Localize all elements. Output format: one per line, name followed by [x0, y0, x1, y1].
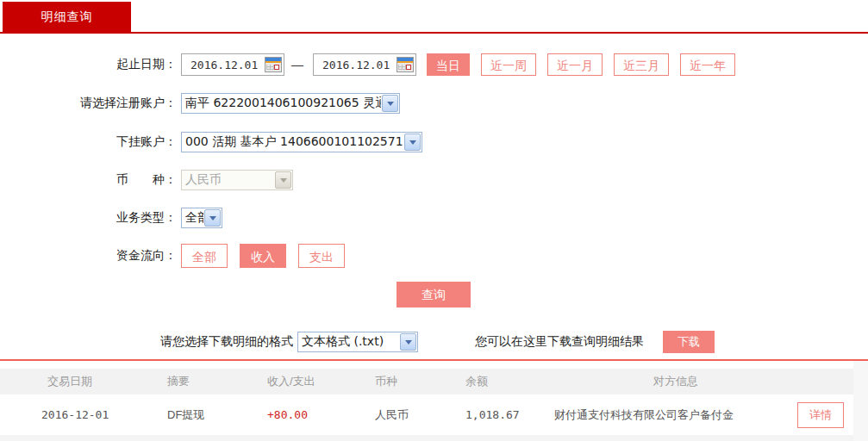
detail-query-page: 明细查询 起止日期： — 当日 近一周 近一月 近三月 近一年 请选择注册账户：… — [0, 0, 868, 441]
header-summary: 摘要 — [164, 369, 259, 394]
download-format-select[interactable]: 文本格式 (.txt) — [297, 332, 418, 352]
download-format-value: 文本格式 (.txt) — [298, 334, 399, 350]
table-top-divider — [0, 359, 868, 361]
cell-balance: 1,018.67 — [465, 394, 554, 435]
download-format-label: 请您选择下载明细的格式 — [160, 334, 293, 350]
tab-detail-query[interactable]: 明细查询 — [3, 2, 131, 32]
quick-button-month[interactable]: 近一月 — [547, 53, 603, 76]
sub-account-row: 下挂账户： 000 活期 基本户 1406600101102571848 — [0, 132, 422, 152]
table-row: 2016-12-01 DF提现 +80.00 人民币 1,018.67 财付通支… — [0, 394, 853, 436]
business-type-value: 全部 — [182, 210, 203, 226]
flow-button-expense[interactable]: 支出 — [298, 244, 345, 268]
chevron-down-icon[interactable] — [404, 134, 421, 151]
download-button[interactable]: 下载 — [663, 331, 715, 353]
chevron-down-icon[interactable] — [204, 209, 221, 227]
currency-row: 币 种： 人民币 — [0, 170, 293, 190]
header-balance: 余额 — [465, 369, 554, 394]
start-date-input[interactable] — [182, 56, 265, 73]
calendar-icon[interactable] — [265, 57, 282, 72]
cell-amount: +80.00 — [259, 394, 375, 435]
register-account-select[interactable]: 南平 6222001406100921065 灵通卡 — [181, 93, 400, 114]
cell-currency: 人民币 — [375, 394, 465, 435]
currency-value: 人民币 — [182, 172, 274, 188]
side-strip — [853, 361, 868, 441]
chevron-down-icon — [275, 171, 291, 189]
business-type-select[interactable]: 全部 — [181, 208, 222, 228]
flow-button-income[interactable]: 收入 — [240, 244, 286, 268]
tab-underline — [0, 32, 868, 34]
header-actions — [797, 369, 853, 394]
date-separator: — — [291, 58, 303, 71]
quick-range-buttons: 当日 近一周 近一月 近三月 近一年 — [427, 53, 735, 76]
currency-select: 人民币 — [181, 170, 293, 190]
date-range-row: 起止日期： — 当日 近一周 近一月 近三月 近一年 — [0, 53, 735, 76]
download-row: 请您选择下载明细的格式 文本格式 (.txt) 您可以在这里下载查询明细结果 下… — [0, 331, 715, 353]
cell-date: 2016-12-01 — [0, 394, 164, 435]
transaction-table: 交易日期 摘要 收入/支出 币种 余额 对方信息 2016-12-01 DF提现… — [0, 369, 853, 436]
chevron-down-icon[interactable] — [400, 333, 416, 351]
quick-button-today[interactable]: 当日 — [427, 53, 470, 76]
sub-account-value: 000 活期 基本户 1406600101102571848 — [182, 134, 403, 150]
quick-button-week[interactable]: 近一周 — [481, 53, 536, 76]
cell-summary: DF提现 — [164, 394, 259, 435]
end-date-field[interactable] — [313, 53, 416, 76]
table-header-row: 交易日期 摘要 收入/支出 币种 余额 对方信息 — [0, 369, 853, 394]
download-hint: 您可以在这里下载查询明细结果 — [475, 334, 644, 350]
sub-account-select[interactable]: 000 活期 基本户 1406600101102571848 — [181, 132, 422, 152]
register-account-label: 请选择注册账户： — [0, 96, 177, 111]
date-range-label: 起止日期： — [0, 57, 177, 72]
fund-flow-row: 资金流向： 全部 收入 支出 — [0, 244, 345, 268]
fund-flow-buttons: 全部 收入 支出 — [181, 244, 345, 268]
query-button[interactable]: 查询 — [397, 282, 471, 307]
detail-button[interactable]: 详情 — [797, 402, 844, 428]
header-amount: 收入/支出 — [259, 369, 375, 394]
business-type-row: 业务类型： 全部 — [0, 208, 222, 228]
start-date-field[interactable] — [181, 53, 284, 76]
header-counterparty: 对方信息 — [554, 369, 797, 394]
quick-button-year[interactable]: 近一年 — [680, 53, 735, 76]
chevron-down-icon[interactable] — [382, 95, 398, 112]
header-date: 交易日期 — [0, 369, 164, 394]
flow-button-all[interactable]: 全部 — [181, 244, 228, 268]
register-account-row: 请选择注册账户： 南平 6222001406100921065 灵通卡 — [0, 93, 400, 114]
register-account-value: 南平 6222001406100921065 灵通卡 — [182, 96, 381, 111]
calendar-icon[interactable] — [397, 57, 414, 72]
end-date-input[interactable] — [314, 56, 397, 73]
cell-counterparty: 财付通支付科技有限公司客户备付金 — [554, 394, 797, 435]
header-currency: 币种 — [375, 369, 465, 394]
bottom-strip — [0, 435, 853, 441]
quick-button-quarter[interactable]: 近三月 — [614, 53, 669, 76]
business-type-label: 业务类型： — [0, 210, 177, 226]
currency-label: 币 种： — [0, 172, 177, 188]
fund-flow-label: 资金流向： — [0, 248, 177, 264]
sub-account-label: 下挂账户： — [0, 134, 177, 150]
